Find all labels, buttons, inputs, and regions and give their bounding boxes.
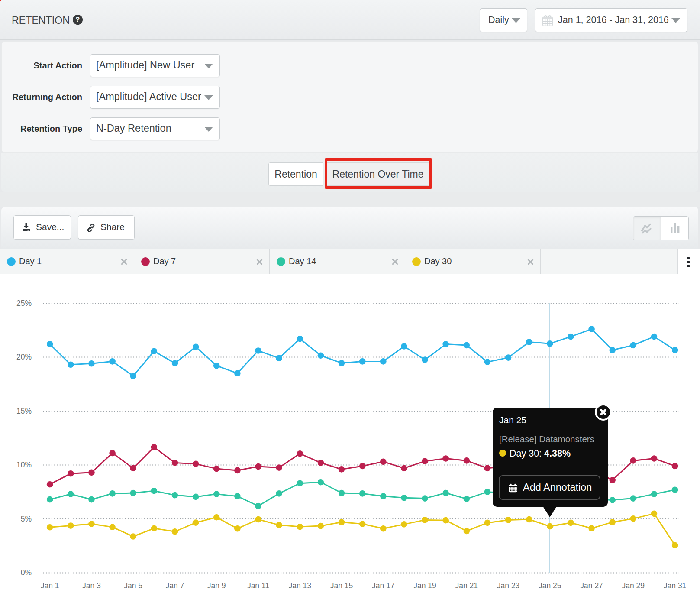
svg-text:Jan 25: Jan 25 [539, 581, 561, 590]
svg-text:Jan 23: Jan 23 [497, 581, 520, 590]
svg-text:Jan 19: Jan 19 [413, 581, 436, 590]
svg-text:Jan 29: Jan 29 [622, 581, 645, 590]
svg-text:Jan 31: Jan 31 [664, 581, 687, 590]
svg-text:0%: 0% [21, 568, 32, 577]
svg-text:10%: 10% [16, 460, 32, 469]
svg-text:Jan 21: Jan 21 [455, 581, 478, 590]
svg-text:Jan 7: Jan 7 [166, 581, 184, 590]
svg-text:Jan 9: Jan 9 [207, 581, 226, 590]
svg-text:Jan 11: Jan 11 [247, 581, 269, 590]
svg-text:Jan 17: Jan 17 [372, 581, 395, 590]
svg-text:15%: 15% [16, 407, 32, 415]
svg-text:5%: 5% [21, 515, 32, 523]
svg-text:Jan 5: Jan 5 [124, 581, 142, 590]
svg-text:20%: 20% [16, 353, 32, 361]
svg-text:Jan 15: Jan 15 [330, 581, 353, 590]
svg-text:25%: 25% [16, 299, 32, 308]
svg-text:Jan 1: Jan 1 [41, 581, 59, 590]
svg-text:Jan 13: Jan 13 [289, 581, 312, 590]
svg-text:Jan 3: Jan 3 [82, 581, 101, 590]
svg-text:Jan 27: Jan 27 [580, 581, 603, 590]
